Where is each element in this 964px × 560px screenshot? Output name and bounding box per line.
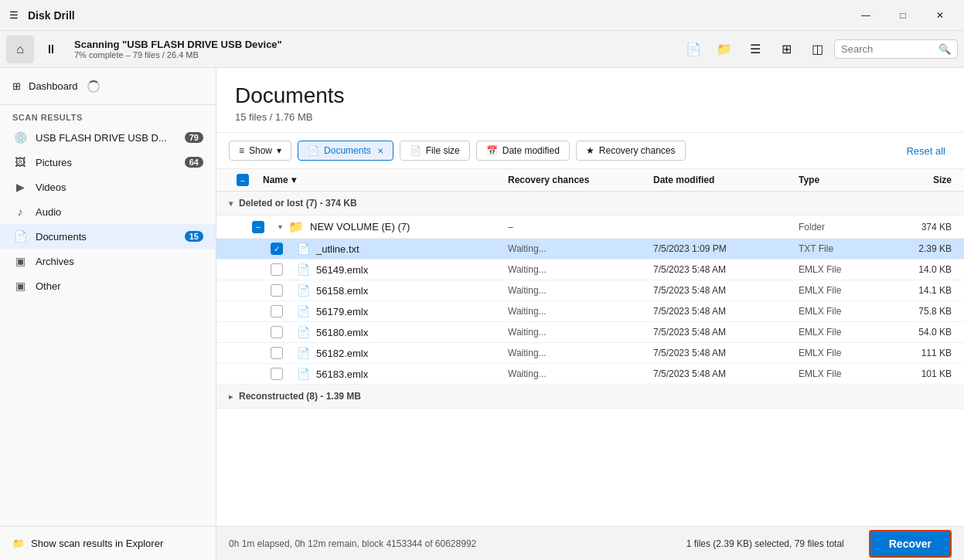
- header-checkbox-cell: –: [229, 174, 257, 186]
- header-name[interactable]: Name ▾: [263, 175, 502, 185]
- list-icon-button[interactable]: ☰: [741, 36, 769, 63]
- home-button[interactable]: ⌂: [6, 36, 34, 63]
- search-box[interactable]: 🔍: [834, 39, 958, 59]
- file-checkbox-4[interactable]: [271, 326, 283, 338]
- file-date-4: 7/5/2023 5:48 AM: [653, 327, 792, 338]
- file-checkbox-1[interactable]: [271, 263, 283, 276]
- sidebar-item-pictures[interactable]: 🖼 Pictures 64: [0, 150, 216, 175]
- file-type-6: EMLX File: [799, 368, 876, 379]
- search-input[interactable]: [841, 43, 934, 55]
- show-filter-button[interactable]: ≡ Show: [229, 141, 291, 161]
- dashboard-item[interactable]: ⊞ Dashboard: [0, 68, 216, 105]
- group-deleted[interactable]: Deleted or lost (7) - 374 KB: [216, 192, 964, 216]
- folder-icon-button[interactable]: 📁: [710, 36, 738, 63]
- file-icon-6: 📄: [297, 368, 310, 380]
- scan-subtitle: 7% complete – 79 files / 26.4 MB: [74, 50, 282, 59]
- file-name-4: 56180.emlx: [316, 327, 368, 338]
- folder-expand-icon[interactable]: ▾: [278, 222, 282, 231]
- show-label: Show: [249, 145, 272, 156]
- page-subtitle: 15 files / 1.76 MB: [235, 111, 945, 123]
- file-icon-2: 📄: [297, 284, 310, 297]
- grid-icon-button[interactable]: ⊞: [772, 36, 800, 63]
- select-all-checkbox[interactable]: –: [237, 174, 249, 186]
- table-row[interactable]: 📄 56158.emlx Waiting... 7/5/2023 5:48 AM…: [216, 280, 964, 301]
- file-checkbox-0[interactable]: ✓: [271, 243, 283, 255]
- file-checkbox-6[interactable]: [271, 368, 283, 380]
- header-size: Size: [882, 175, 952, 185]
- sidebar-item-usb[interactable]: 💿 USB FLASH DRIVE USB D... 79: [0, 125, 216, 150]
- file-recovery-2: Waiting...: [508, 285, 647, 296]
- sidebar-item-archives[interactable]: ▣ Archives: [0, 249, 216, 273]
- toolbar: ⌂ ⏸ Scanning "USB FLASH DRIVE USB Device…: [0, 31, 964, 68]
- sidebar-item-other[interactable]: ▣ Other: [0, 273, 216, 298]
- folder-name-text: NEW VOLUME (E) (7): [310, 221, 410, 232]
- group-reconstructed[interactable]: Reconstructed (8) - 1.39 MB: [216, 385, 964, 409]
- file-icon-0: 📄: [297, 243, 310, 255]
- date-modified-filter-button[interactable]: 📅 Date modified: [476, 141, 570, 161]
- file-date-2: 7/5/2023 5:48 AM: [653, 285, 792, 296]
- file-checkbox-2[interactable]: [271, 284, 283, 297]
- minimize-button[interactable]: —: [848, 3, 884, 28]
- file-date-0: 7/5/2023 1:09 PM: [653, 243, 792, 254]
- recover-button[interactable]: Recover: [869, 530, 952, 558]
- close-button[interactable]: ✕: [922, 3, 958, 28]
- table-row[interactable]: 📄 56179.emlx Waiting... 7/5/2023 5:48 AM…: [216, 301, 964, 322]
- sidebar-item-videos[interactable]: ▶ Videos: [0, 175, 216, 199]
- table-row[interactable]: 📄 56149.emlx Waiting... 7/5/2023 5:48 AM…: [216, 260, 964, 280]
- table-row[interactable]: ✓ 📄 _utline.txt Waiting... 7/5/2023 1:09…: [216, 239, 964, 260]
- show-in-explorer-button[interactable]: 📁 Show scan results in Explorer: [0, 526, 216, 560]
- file-recovery-3: Waiting...: [508, 306, 647, 317]
- file-icon-5: 📄: [297, 347, 310, 359]
- documents-filter-icon: 📄: [308, 145, 319, 156]
- file-type-1: EMLX File: [799, 264, 876, 275]
- file-size-1: 14.0 KB: [882, 264, 952, 275]
- file-recovery-4: Waiting...: [508, 327, 647, 338]
- maximize-button[interactable]: □: [885, 3, 921, 28]
- documents-filter-button[interactable]: 📄 Documents ✕: [298, 141, 393, 161]
- table-row[interactable]: 📄 56180.emlx Waiting... 7/5/2023 5:48 AM…: [216, 322, 964, 343]
- dashboard-label: Dashboard: [29, 80, 78, 92]
- selected-text: 1 files (2.39 KB) selected, 79 files tot…: [686, 538, 844, 549]
- pause-button[interactable]: ⏸: [37, 36, 65, 63]
- remove-documents-filter-icon[interactable]: ✕: [377, 147, 383, 155]
- file-size-4: 54.0 KB: [882, 327, 952, 338]
- file-name-3: 56179.emlx: [316, 306, 368, 317]
- file-checkbox-5[interactable]: [271, 347, 283, 359]
- pictures-icon: 🖼: [12, 156, 28, 168]
- sidebar-item-audio[interactable]: ♪ Audio: [0, 199, 216, 224]
- folder-checkbox-cell: –: [244, 221, 272, 233]
- usb-icon: 💿: [12, 131, 28, 144]
- chevron-down-icon: [277, 145, 281, 156]
- videos-icon: ▶: [12, 181, 28, 193]
- file-type-4: EMLX File: [799, 327, 876, 338]
- sidebar-audio-label: Audio: [36, 206, 203, 218]
- sidebar-item-documents[interactable]: 📄 Documents 15: [0, 224, 216, 249]
- folder-row[interactable]: – ▾ 📁 NEW VOLUME (E) (7) – Folder 374 KB: [216, 216, 964, 239]
- file-table: – Name ▾ Recovery chances Date modified …: [216, 169, 964, 526]
- folder-name-cell: ▾ 📁 NEW VOLUME (E) (7): [278, 219, 502, 234]
- group-expand-icon-2: [229, 392, 233, 401]
- file-size-icon: 📄: [410, 145, 421, 156]
- file-date-3: 7/5/2023 5:48 AM: [653, 306, 792, 317]
- menu-button[interactable]: ☰: [6, 6, 22, 24]
- dashboard-icon: ⊞: [12, 80, 21, 92]
- folder-icon: 📁: [288, 219, 304, 234]
- table-row[interactable]: 📄 56183.emlx Waiting... 7/5/2023 5:48 AM…: [216, 364, 964, 385]
- sidebar-documents-count: 15: [185, 231, 203, 242]
- table-row[interactable]: 📄 56182.emlx Waiting... 7/5/2023 5:48 AM…: [216, 343, 964, 364]
- file-size-5: 111 KB: [882, 348, 952, 358]
- sidebar-pictures-label: Pictures: [36, 157, 177, 168]
- file-checkbox-3[interactable]: [271, 305, 283, 317]
- recovery-chances-filter-button[interactable]: ★ Recovery chances: [576, 141, 686, 161]
- file-size-filter-button[interactable]: 📄 File size: [400, 141, 470, 161]
- sidebar-other-label: Other: [36, 280, 203, 292]
- folder-checkbox[interactable]: –: [252, 221, 264, 233]
- content-area: Documents 15 files / 1.76 MB ≡ Show 📄 Do…: [216, 68, 964, 560]
- sidebar-usb-count: 79: [185, 132, 203, 143]
- sidebar: ⊞ Dashboard Scan results 💿 USB FLASH DRI…: [0, 68, 216, 560]
- title-bar: ☰ Disk Drill — □ ✕: [0, 0, 964, 31]
- split-icon-button[interactable]: ◫: [803, 36, 831, 63]
- reset-all-button[interactable]: Reset all: [900, 142, 952, 160]
- header-date: Date modified: [653, 175, 792, 185]
- file-icon-button[interactable]: 📄: [680, 36, 707, 63]
